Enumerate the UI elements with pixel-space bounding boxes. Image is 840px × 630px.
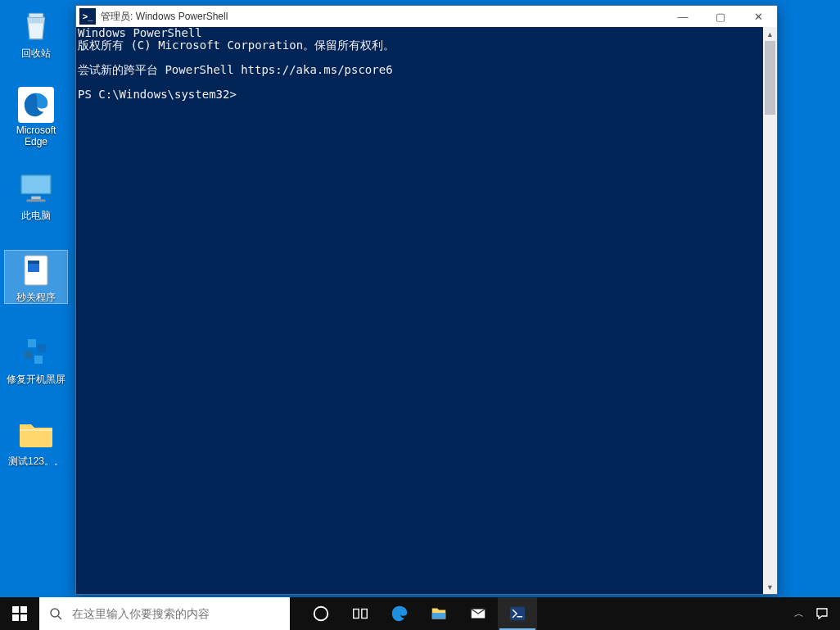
start-button[interactable] (0, 597, 39, 630)
desktop-icon-edge[interactable]: Microsoft Edge (5, 87, 67, 147)
action-center-icon (815, 607, 829, 620)
scroll-thumb[interactable] (765, 41, 775, 115)
svg-rect-19 (354, 610, 359, 619)
windows-icon (12, 606, 27, 621)
recycle-bin-icon (16, 7, 56, 46)
desktop-icon-label: 修复开机黑屏 (5, 374, 67, 385)
taskbar-search[interactable] (39, 597, 290, 630)
svg-rect-8 (28, 339, 36, 347)
mail-icon (469, 605, 487, 623)
taskbar-item-task-view[interactable] (341, 597, 380, 630)
maximize-button[interactable]: ▢ (702, 6, 739, 27)
desktop-icon-recycle-bin[interactable]: 回收站 (5, 7, 67, 59)
monitor-icon (16, 169, 56, 208)
svg-rect-9 (38, 344, 46, 352)
svg-rect-0 (29, 13, 43, 17)
svg-rect-2 (22, 176, 51, 193)
powershell-icon: >_ (79, 8, 96, 25)
search-input[interactable] (72, 597, 290, 630)
svg-rect-11 (34, 356, 43, 364)
taskbar-item-cortana[interactable] (301, 597, 341, 630)
desktop-icon-label: 测试123。。 (5, 456, 67, 467)
taskbar-item-edge[interactable] (380, 597, 419, 630)
desktop-icon-label: 此电脑 (5, 210, 67, 221)
powershell-icon (508, 605, 526, 623)
desktop-icon-label: 秒关程序 (5, 292, 67, 303)
desktop-icon-fix-boot[interactable]: 修复开机黑屏 (5, 333, 67, 385)
program-file-icon (16, 251, 56, 290)
svg-rect-7 (28, 261, 39, 264)
svg-rect-14 (12, 614, 19, 621)
scrollbar[interactable]: ▲ ▼ (763, 27, 777, 594)
chevron-up-icon: ︿ (793, 607, 806, 620)
close-button[interactable]: ✕ (739, 6, 777, 27)
taskbar: ︿ (0, 597, 840, 630)
scroll-down-button[interactable]: ▼ (763, 580, 777, 594)
desktop-icon-this-pc[interactable]: 此电脑 (5, 169, 67, 221)
window-title: 管理员: Windows PowerShell (101, 10, 228, 24)
folder-icon (16, 415, 56, 454)
folder-icon (430, 605, 448, 623)
task-view-icon (351, 605, 369, 623)
taskbar-item-powershell[interactable] (498, 597, 537, 630)
minimize-button[interactable]: — (664, 6, 702, 27)
powershell-window: >_ 管理员: Windows PowerShell — ▢ ✕ Windows… (75, 5, 778, 595)
scroll-up-button[interactable]: ▲ (763, 27, 777, 41)
taskbar-item-file-explorer[interactable] (419, 597, 458, 630)
repair-icon (16, 333, 56, 372)
edge-icon (18, 87, 54, 123)
desktop-icon-label: 回收站 (5, 48, 67, 59)
tray-overflow[interactable]: ︿ (788, 607, 811, 620)
tray-action-center[interactable] (811, 607, 833, 620)
svg-line-17 (58, 616, 61, 619)
svg-rect-13 (20, 606, 27, 613)
svg-rect-3 (31, 197, 41, 200)
desktop-icon-test-folder[interactable]: 测试123。。 (5, 415, 67, 467)
desktop-icon-label: Microsoft Edge (5, 125, 67, 147)
svg-point-16 (51, 609, 59, 617)
svg-rect-12 (12, 606, 19, 613)
search-icon (39, 607, 72, 620)
terminal-output[interactable]: Windows PowerShell 版权所有 (C) Microsoft Co… (76, 27, 763, 594)
taskbar-item-mail[interactable] (458, 597, 498, 630)
window-titlebar[interactable]: >_ 管理员: Windows PowerShell — ▢ ✕ (76, 6, 777, 27)
cortana-icon (312, 605, 330, 623)
edge-icon (391, 605, 409, 623)
svg-point-18 (314, 607, 328, 621)
desktop-icon-sec-program[interactable]: 秒关程序 (5, 251, 67, 303)
svg-rect-15 (20, 614, 27, 621)
svg-rect-10 (25, 351, 33, 359)
svg-rect-4 (27, 199, 46, 202)
system-tray: ︿ (788, 597, 840, 630)
svg-rect-20 (362, 610, 367, 619)
